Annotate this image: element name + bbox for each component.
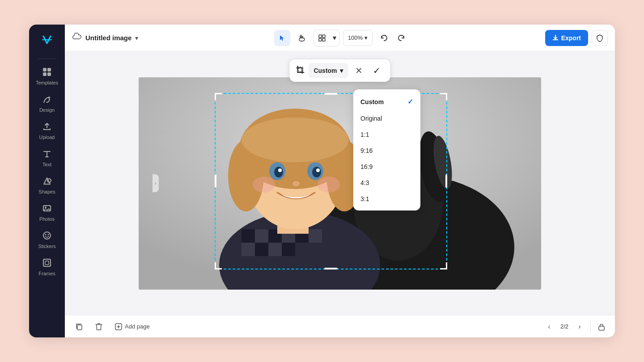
sidebar-item-design[interactable]: Design xyxy=(29,90,65,117)
svg-rect-17 xyxy=(322,38,325,41)
sidebar-item-frames[interactable]: Frames xyxy=(29,253,65,281)
svg-rect-27 xyxy=(242,229,255,243)
svg-rect-34 xyxy=(255,243,268,256)
check-icon: ✓ xyxy=(407,97,413,106)
text-icon xyxy=(42,149,52,160)
sidebar-item-label-photos: Photos xyxy=(39,216,55,222)
svg-point-45 xyxy=(274,167,283,177)
sidebar-item-label-text: Text xyxy=(42,162,51,167)
title-chevron-icon[interactable]: ▾ xyxy=(135,34,138,42)
shapes-icon xyxy=(42,176,52,187)
undo-button[interactable] xyxy=(376,30,392,46)
sidebar-item-upload[interactable]: Upload xyxy=(29,117,65,144)
zoom-button[interactable]: 100% ▾ xyxy=(343,30,373,46)
layout-chevron-button[interactable]: ▾ xyxy=(330,30,339,46)
main-area: Untitled image ▾ ▾ 100% ▾ xyxy=(65,25,615,337)
svg-rect-35 xyxy=(268,243,282,256)
crop-confirm-button[interactable]: ✓ xyxy=(370,63,384,78)
dropdown-item-16-9[interactable]: 16:9 xyxy=(353,159,420,175)
canvas-image-wrapper xyxy=(139,77,541,290)
svg-rect-1 xyxy=(43,68,47,72)
add-page-button[interactable]: Add page xyxy=(111,321,153,332)
header-title: Untitled image xyxy=(85,34,131,42)
lock-button[interactable] xyxy=(595,320,608,333)
svg-rect-16 xyxy=(319,38,322,41)
header-toolbar: ▾ 100% ▾ xyxy=(144,29,539,46)
svg-point-51 xyxy=(318,177,340,193)
dropdown-item-9-16[interactable]: 9:16 xyxy=(353,143,420,159)
crop-tool-icon xyxy=(296,65,305,76)
crop-ratio-chevron-icon: ▾ xyxy=(340,67,343,74)
add-page-label: Add page xyxy=(125,323,150,330)
sidebar-item-label-upload: Upload xyxy=(39,135,55,140)
crop-ratio-label: Custom xyxy=(314,67,337,74)
dropdown-item-3-1[interactable]: 3:1 xyxy=(353,191,420,207)
export-button[interactable]: Export xyxy=(545,30,588,46)
sidebar-item-templates[interactable]: Templates xyxy=(29,63,65,90)
crop-ratio-button[interactable]: Custom ▾ xyxy=(308,63,348,78)
app-logo[interactable] xyxy=(39,32,55,48)
svg-point-49 xyxy=(292,181,300,186)
sidebar-divider xyxy=(38,59,56,59)
select-tool-button[interactable] xyxy=(274,30,290,46)
redo-button[interactable] xyxy=(393,30,409,46)
footer-right: ‹ 2/2 › xyxy=(543,320,608,333)
svg-rect-2 xyxy=(47,68,51,72)
sidebar-collapse-handle[interactable] xyxy=(153,174,159,192)
svg-point-8 xyxy=(45,206,47,208)
canvas-footer: Add page ‹ 2/2 › xyxy=(65,315,615,337)
svg-rect-14 xyxy=(319,35,322,38)
crop-cancel-button[interactable]: ✕ xyxy=(352,63,366,78)
canvas-image[interactable] xyxy=(139,77,541,290)
sidebar: Templates Design Upload Text Shapes xyxy=(29,25,65,337)
prev-page-button[interactable]: ‹ xyxy=(543,320,555,333)
sidebar-item-shapes[interactable]: Shapes xyxy=(29,172,65,199)
undo-redo-group xyxy=(376,30,409,46)
svg-point-50 xyxy=(253,177,275,193)
svg-rect-12 xyxy=(43,259,51,266)
zoom-chevron-icon: ▾ xyxy=(364,34,368,41)
page-info: 2/2 xyxy=(558,323,571,330)
frames-icon xyxy=(42,258,52,269)
dropdown-item-custom[interactable]: Custom ✓ xyxy=(353,93,420,110)
svg-point-11 xyxy=(48,234,49,236)
dropdown-item-1-1[interactable]: 1:1 xyxy=(353,126,420,143)
delete-page-button[interactable] xyxy=(92,320,106,334)
header: Untitled image ▾ ▾ 100% ▾ xyxy=(65,25,615,51)
stickers-icon xyxy=(42,231,52,242)
svg-point-42 xyxy=(242,118,349,162)
layout-tool-button[interactable] xyxy=(314,30,330,46)
footer-left: Add page xyxy=(72,320,153,334)
zoom-label: 100% xyxy=(348,34,363,41)
svg-point-10 xyxy=(45,234,47,236)
copy-page-button[interactable] xyxy=(72,320,86,334)
svg-rect-52 xyxy=(77,325,82,330)
hand-tool-button[interactable] xyxy=(294,30,310,46)
svg-rect-33 xyxy=(242,243,255,256)
header-left: Untitled image ▾ xyxy=(72,33,138,43)
sidebar-item-photos[interactable]: Photos xyxy=(29,199,65,226)
crop-ratio-dropdown: Custom ✓ Original 1:1 9:16 16:9 4:3 xyxy=(353,89,420,210)
export-label: Export xyxy=(561,34,581,42)
footer-divider xyxy=(590,321,591,332)
svg-rect-4 xyxy=(47,72,51,76)
design-icon xyxy=(42,94,52,105)
sidebar-item-label-stickers: Stickers xyxy=(38,244,55,249)
image-content xyxy=(139,77,541,290)
dropdown-item-4-3[interactable]: 4:3 xyxy=(353,175,420,191)
dropdown-item-original[interactable]: Original xyxy=(353,110,420,126)
svg-rect-28 xyxy=(255,229,268,243)
layout-tool-group: ▾ xyxy=(314,29,339,46)
svg-point-46 xyxy=(312,167,321,177)
sidebar-item-label-frames: Frames xyxy=(38,271,55,276)
svg-rect-36 xyxy=(282,243,295,256)
svg-point-48 xyxy=(316,168,320,172)
canvas-area: Custom ▾ ✕ ✓ xyxy=(65,51,615,315)
upload-icon xyxy=(42,122,52,133)
svg-point-47 xyxy=(278,168,282,172)
next-page-button[interactable]: › xyxy=(573,320,586,333)
sidebar-item-stickers[interactable]: Stickers xyxy=(29,226,65,253)
shield-button[interactable] xyxy=(592,30,608,46)
cloud-icon xyxy=(72,33,82,43)
sidebar-item-text[interactable]: Text xyxy=(29,144,65,172)
